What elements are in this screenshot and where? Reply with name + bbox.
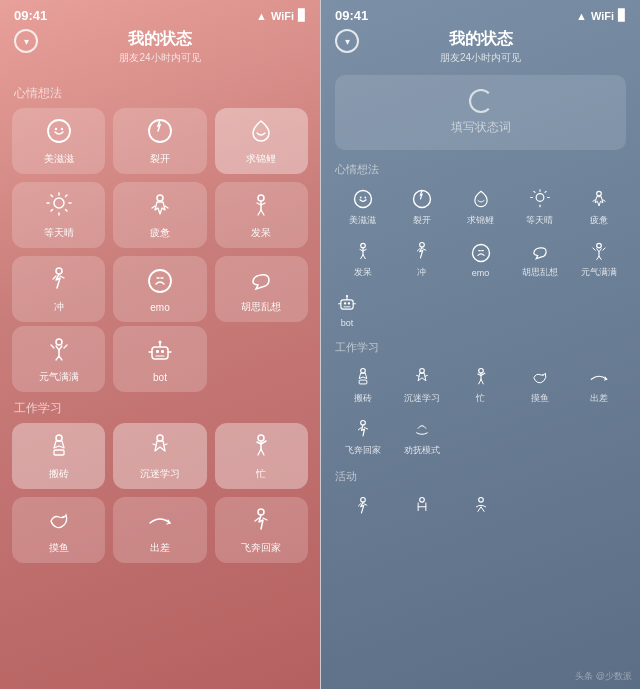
- r-mood-bot[interactable]: bot: [335, 287, 359, 334]
- mood-card-husiluanxiang[interactable]: 胡思乱想: [215, 256, 308, 322]
- right-work-grid-row2: 飞奔回家 劝抚模式: [335, 413, 626, 463]
- r-mood-chong[interactable]: 冲: [394, 235, 449, 285]
- svg-point-2: [60, 128, 62, 130]
- right-header-subtitle: 朋友24小时内可见: [321, 51, 640, 65]
- mood-card-chong[interactable]: 冲: [12, 256, 105, 322]
- mood-card-fadai[interactable]: 发呆: [215, 182, 308, 248]
- mang-icon: [248, 433, 274, 463]
- mood-card-chenmi[interactable]: 沉迷学习: [113, 423, 206, 489]
- svg-line-19: [261, 210, 264, 215]
- right-time: 09:41: [335, 8, 368, 23]
- meizizzi-icon: [46, 118, 72, 148]
- r-work-banzhuan[interactable]: 搬砖: [335, 361, 390, 411]
- pibei-icon: [147, 192, 173, 222]
- left-section-xin-title: 心情想法: [14, 85, 308, 102]
- status-input-placeholder: 填写状态词: [451, 119, 511, 136]
- mood-card-feiben[interactable]: 飞奔回家: [215, 497, 308, 563]
- svg-point-42: [359, 197, 361, 199]
- svg-line-58: [363, 255, 365, 259]
- left-status-bar: 09:41 ▲ WiFi ▊: [0, 0, 320, 25]
- r-activity-1[interactable]: [335, 490, 390, 527]
- r-work-moyu[interactable]: 摸鱼: [512, 361, 567, 411]
- svg-point-36: [157, 435, 163, 441]
- qiujinli-icon: [248, 118, 274, 148]
- svg-point-75: [419, 369, 424, 374]
- svg-line-11: [65, 195, 67, 197]
- svg-point-31: [158, 340, 161, 343]
- yuanqi-label: 元气满满: [39, 370, 79, 384]
- svg-point-78: [542, 374, 544, 376]
- pibei-label: 疲惫: [150, 226, 170, 240]
- svg-point-20: [56, 268, 62, 274]
- mood-card-liekai[interactable]: 裂开: [113, 108, 206, 174]
- dengtianjing-label: 等天晴: [44, 226, 74, 240]
- mood-card-banzhuan[interactable]: 搬砖: [12, 423, 105, 489]
- svg-rect-67: [348, 302, 350, 304]
- mood-card-pibei[interactable]: 疲惫: [113, 182, 206, 248]
- husiluanxiang-icon: [248, 266, 274, 296]
- mood-card-bot[interactable]: bot: [113, 326, 206, 392]
- mood-card-emo[interactable]: emo: [113, 256, 206, 322]
- svg-rect-66: [344, 302, 346, 304]
- svg-point-41: [354, 191, 371, 208]
- svg-point-24: [56, 339, 62, 345]
- qiujinli-label: 求锦鲤: [246, 152, 276, 166]
- r-mood-fadai[interactable]: 发呆: [335, 235, 390, 285]
- svg-point-63: [596, 243, 601, 248]
- fadai-label: 发呆: [251, 226, 271, 240]
- chenmi-label: 沉迷学习: [140, 467, 180, 481]
- watermark: 头条 @少数派: [575, 670, 632, 683]
- svg-point-60: [472, 244, 489, 261]
- fadai-icon: [248, 192, 274, 222]
- svg-point-37: [258, 435, 264, 441]
- bot-label: bot: [153, 372, 167, 383]
- r-work-feiben[interactable]: 飞奔回家: [335, 413, 390, 463]
- chong-label: 冲: [54, 300, 64, 314]
- svg-rect-65: [341, 300, 353, 309]
- banzhuan-icon: [46, 433, 72, 463]
- svg-point-39: [62, 516, 64, 518]
- left-back-button[interactable]: ▾: [14, 29, 38, 53]
- mood-card-yuanqi[interactable]: 元气满满: [12, 326, 105, 392]
- husiluanxiang-label: 胡思乱想: [241, 300, 281, 314]
- r-activity-3[interactable]: [453, 490, 508, 527]
- r-mood-pibei[interactable]: 疲惫: [571, 183, 626, 233]
- r-mood-liekai[interactable]: 裂开: [394, 183, 449, 233]
- svg-point-53: [360, 243, 365, 248]
- r-mood-meizizzi[interactable]: 美滋滋: [335, 183, 390, 233]
- left-header: ▾ 我的状态 朋友24小时内可见: [0, 25, 320, 71]
- svg-point-73: [360, 369, 365, 374]
- left-scroll-area: 心情想法 美滋滋: [0, 71, 320, 689]
- left-mood-grid-2: 元气满满 bot: [12, 326, 308, 392]
- right-scroll-area: 填写状态词 心情想法 美滋滋: [321, 71, 640, 689]
- svg-point-82: [478, 498, 483, 503]
- r-mood-yuanqi[interactable]: 元气满满: [571, 235, 626, 285]
- svg-rect-35: [54, 450, 64, 455]
- feiben-label: 飞奔回家: [241, 541, 281, 555]
- r-mood-emo[interactable]: emo: [453, 235, 508, 285]
- bot-icon: [147, 338, 173, 368]
- right-section-activity-title: 活动: [335, 469, 626, 484]
- r-activity-2[interactable]: [394, 490, 449, 527]
- r-mood-dengtianjing[interactable]: 等天晴: [512, 183, 567, 233]
- r-mood-qiujinli[interactable]: 求锦鲤: [453, 183, 508, 233]
- svg-line-12: [51, 210, 53, 212]
- r-work-chuchai[interactable]: 出差: [571, 361, 626, 411]
- mood-card-moyu[interactable]: 摸鱼: [12, 497, 105, 563]
- r-work-quanfu[interactable]: 劝抚模式: [394, 413, 449, 463]
- r-mood-husi[interactable]: 胡思乱想: [512, 235, 567, 285]
- r-work-chenmi[interactable]: 沉迷学习: [394, 361, 449, 411]
- right-back-button[interactable]: ▾: [335, 29, 359, 53]
- chuchai-label: 出差: [150, 541, 170, 555]
- chenmi-icon: [147, 433, 173, 463]
- mood-card-meizizzi[interactable]: 美滋滋: [12, 108, 105, 174]
- status-input-box[interactable]: 填写状态词: [335, 75, 626, 150]
- mood-card-qiujinli[interactable]: 求锦鲤: [215, 108, 308, 174]
- mood-card-dengtianjing[interactable]: 等天晴: [12, 182, 105, 248]
- svg-line-50: [533, 191, 534, 192]
- svg-point-4: [54, 198, 64, 208]
- r-work-mang[interactable]: 忙: [453, 361, 508, 411]
- chuchai-icon: [147, 507, 173, 537]
- mood-card-mang[interactable]: 忙: [215, 423, 308, 489]
- mood-card-chuchai[interactable]: 出差: [113, 497, 206, 563]
